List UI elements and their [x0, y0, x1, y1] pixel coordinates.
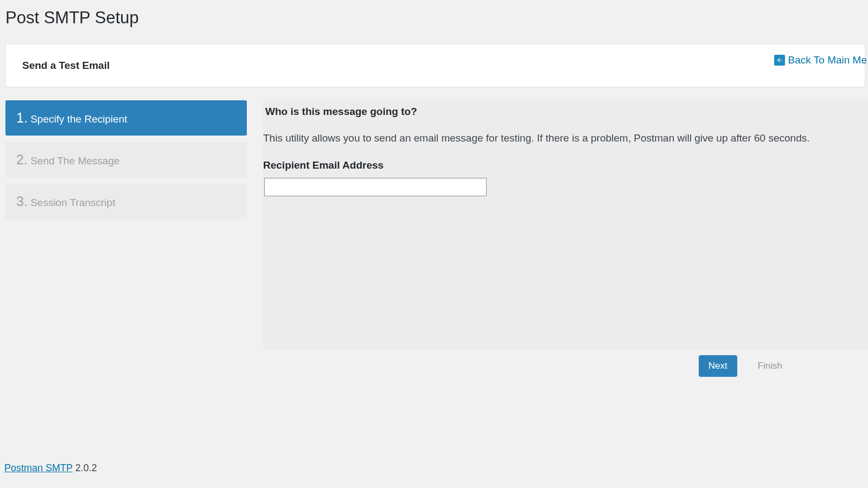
content-heading: Who is this message going to?: [263, 106, 868, 131]
recipient-email-input[interactable]: [264, 178, 487, 196]
arrow-left-icon: [774, 55, 785, 66]
footer: Postman SMTP 2.0.2: [4, 463, 97, 474]
step-label: Send The Message: [30, 155, 119, 166]
wizard-buttons: Next Finish: [5, 350, 825, 377]
step-number: 2.: [16, 152, 28, 167]
step-number: 3.: [16, 194, 28, 209]
finish-button[interactable]: Finish: [748, 355, 792, 377]
step-specify-recipient[interactable]: 1. Specify the Recipient: [5, 100, 247, 136]
back-to-main-link[interactable]: Back To Main Me: [774, 54, 867, 66]
page-title: Post SMTP Setup: [0, 0, 868, 33]
wizard-container: 1. Specify the Recipient 2. Send The Mes…: [0, 100, 868, 350]
recipient-label: Recipient Email Address: [263, 159, 868, 178]
content-panel: Who is this message going to? This utili…: [263, 100, 868, 350]
header-card: Send a Test Email Back To Main Me: [5, 44, 865, 87]
footer-version: 2.0.2: [73, 463, 97, 473]
back-link-label: Back To Main Me: [788, 54, 867, 66]
content-description: This utility allows you to send an email…: [263, 131, 868, 159]
card-title: Send a Test Email: [22, 60, 848, 72]
step-session-transcript[interactable]: 3. Session Transcript: [5, 184, 247, 219]
step-label: Specify the Recipient: [30, 113, 127, 125]
next-button[interactable]: Next: [699, 355, 737, 377]
step-number: 1.: [16, 110, 28, 125]
step-label: Session Transcript: [30, 197, 115, 208]
step-send-message[interactable]: 2. Send The Message: [5, 142, 247, 177]
postman-smtp-link[interactable]: Postman SMTP: [4, 463, 73, 473]
steps-column: 1. Specify the Recipient 2. Send The Mes…: [5, 100, 263, 350]
